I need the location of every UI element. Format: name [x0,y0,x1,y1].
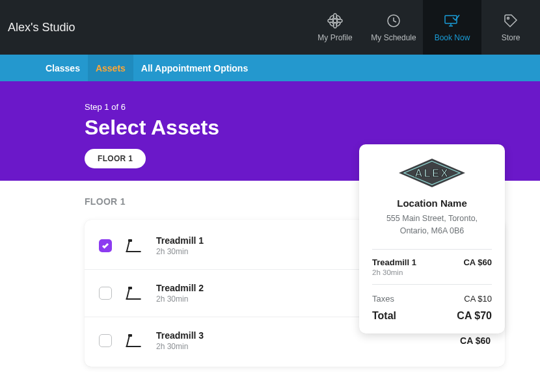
location-address: 555 Main Street, Toronto, Ontario, M6A 0… [372,213,492,237]
svg-rect-13 [128,287,132,289]
asset-duration: 2h 30min [156,342,460,351]
nav-label: My Schedule [371,33,416,42]
tab-all-appointment-options[interactable]: All Appointment Options [133,55,256,81]
summary-line-item: Treadmill 1 2h 30min CA $60 [372,257,492,276]
total-price: CA $70 [457,310,492,322]
monitor-check-icon [444,12,461,29]
svg-rect-12 [128,239,132,242]
flower-icon [327,12,343,29]
total-label: Total [372,310,396,322]
treadmill-icon [124,237,143,255]
page-title: Select Assets [85,116,540,140]
asset-price: CA $60 [460,335,491,346]
divider [372,284,492,285]
asset-checkbox[interactable] [99,239,112,252]
taxes-label: Taxes [372,294,394,304]
summary-item-name: Treadmill 1 [372,257,416,267]
asset-info: Treadmill 3 2h 30min [156,330,460,351]
summary-card: ALEX Location Name 555 Main Street, Toro… [359,144,505,333]
svg-text:ALEX: ALEX [414,167,449,179]
step-label: Step 1 of 6 [85,102,540,112]
clock-icon [386,12,401,29]
treadmill-icon [124,284,143,302]
tag-icon [503,12,519,29]
svg-point-0 [333,19,337,23]
top-bar: Alex's Studio My Profile My Schedule Boo… [0,0,540,55]
divider [372,249,492,250]
nav-label: Book Now [435,33,470,42]
top-nav: My Profile My Schedule Book Now Store [306,0,540,55]
nav-my-schedule[interactable]: My Schedule [364,0,423,55]
location-name: Location Name [372,198,492,209]
content: FLOOR 1 Treadmill 1 2h 30min CA $60 [0,181,540,367]
nav-book-now[interactable]: Book Now [423,0,481,55]
tab-strip: Classes Assets All Appointment Options [0,55,540,81]
summary-total-row: Total CA $70 [372,310,492,322]
asset-checkbox[interactable] [99,287,112,300]
svg-point-11 [507,18,509,20]
logo-icon: ALEX [372,157,492,189]
nav-label: Store [502,33,520,42]
floor-chip[interactable]: FLOOR 1 [85,149,146,168]
nav-my-profile[interactable]: My Profile [306,0,364,55]
summary-taxes-row: Taxes CA $10 [372,294,492,304]
tab-classes[interactable]: Classes [38,55,88,81]
asset-checkbox[interactable] [99,334,112,347]
svg-rect-14 [128,334,132,337]
tab-assets[interactable]: Assets [88,55,133,81]
summary-item-duration: 2h 30min [372,268,416,276]
taxes-price: CA $10 [464,294,492,304]
summary-item-price: CA $60 [463,257,492,267]
nav-label: My Profile [317,33,352,42]
nav-store[interactable]: Store [481,0,540,55]
brand-title: Alex's Studio [7,21,75,34]
treadmill-icon [124,332,143,350]
